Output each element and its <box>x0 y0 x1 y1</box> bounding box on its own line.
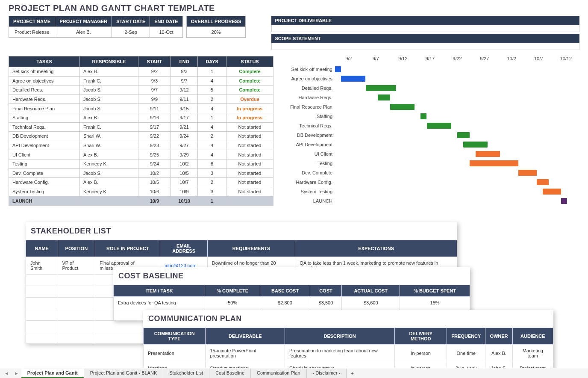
task-cell[interactable]: 9/17 <box>138 122 171 132</box>
status-cell[interactable]: Overdue <box>226 94 273 104</box>
task-cell[interactable]: Jacob S. <box>80 94 138 104</box>
task-cell[interactable]: Shari W. <box>80 141 138 150</box>
status-cell[interactable]: Complete <box>226 76 273 86</box>
task-cell[interactable]: Jacob S. <box>80 168 138 178</box>
task-cell[interactable]: Testing <box>9 159 80 168</box>
task-cell[interactable]: 9/7 <box>138 86 171 95</box>
cell[interactable]: $3,500 <box>310 297 342 309</box>
task-cell[interactable]: Set kick-off meeting <box>9 67 80 77</box>
sheet-tab[interactable]: Stakeholder List <box>163 369 209 378</box>
task-cell[interactable]: Kennedy K. <box>80 187 138 196</box>
meta-value[interactable]: Alex B. <box>55 27 112 38</box>
task-cell[interactable]: Jacob S. <box>80 86 138 95</box>
sheet-tab[interactable]: Cost Baseline <box>209 369 251 378</box>
task-cell[interactable]: 9/2 <box>138 67 171 77</box>
task-cell[interactable]: Alex B. <box>80 67 138 77</box>
task-cell[interactable]: 9/3 <box>138 76 171 86</box>
task-cell[interactable]: System Testing <box>9 187 80 196</box>
task-cell[interactable]: 4 <box>198 122 226 132</box>
cell[interactable]: 15% <box>400 297 470 309</box>
task-cell[interactable]: 2 <box>198 178 226 187</box>
status-cell[interactable]: Not started <box>226 178 273 187</box>
task-cell[interactable]: 9/24 <box>138 159 171 168</box>
task-cell[interactable]: Jacob S. <box>80 104 138 113</box>
task-cell[interactable]: 9/17 <box>171 113 198 122</box>
task-cell[interactable]: Frank C. <box>80 76 138 86</box>
status-cell[interactable]: Not started <box>226 141 273 150</box>
status-cell[interactable]: Not started <box>226 159 273 168</box>
task-cell[interactable]: Final Resource Plan <box>9 104 80 113</box>
task-cell[interactable]: 3 <box>198 168 226 178</box>
task-cell[interactable]: 1 <box>198 67 226 77</box>
task-cell[interactable]: 9/9 <box>138 94 171 104</box>
cell[interactable]: 50% <box>205 297 260 309</box>
meta-value[interactable]: 2-Sep <box>112 27 150 38</box>
status-cell[interactable] <box>226 196 273 206</box>
task-cell[interactable]: UI Client <box>9 150 80 159</box>
task-cell[interactable]: 4 <box>198 150 226 159</box>
deliverable-value[interactable] <box>271 25 579 32</box>
task-cell[interactable]: 2 <box>198 94 226 104</box>
task-cell[interactable]: Hardware Reqs. <box>9 94 80 104</box>
task-cell[interactable]: LAUNCH <box>9 196 80 206</box>
meta-value[interactable]: 10-Oct <box>150 27 182 38</box>
status-cell[interactable]: Not started <box>226 150 273 159</box>
task-cell[interactable]: 9/11 <box>171 94 198 104</box>
scope-value[interactable] <box>271 43 579 50</box>
task-cell[interactable]: 10/10 <box>171 196 198 206</box>
status-cell[interactable]: Not started <box>226 122 273 132</box>
status-cell[interactable]: In progress <box>226 104 273 113</box>
task-cell[interactable]: Technical Reqs. <box>9 122 80 132</box>
task-cell[interactable]: API Development <box>9 141 80 150</box>
cell[interactable]: $2,800 <box>260 297 310 309</box>
task-cell[interactable]: Alex B. <box>80 178 138 187</box>
sheet-tab[interactable]: Project Plan and Gantt <box>21 369 84 378</box>
sheet-tab[interactable]: Project Plan and Gantt - BLANK <box>84 369 164 378</box>
cell[interactable]: Alex B. <box>485 345 512 362</box>
task-cell[interactable]: 10/2 <box>171 159 198 168</box>
task-cell[interactable]: 5 <box>198 86 226 95</box>
task-cell[interactable]: 10/6 <box>138 187 171 196</box>
task-cell[interactable]: 9/23 <box>138 141 171 150</box>
task-cell[interactable] <box>80 196 138 206</box>
task-cell[interactable]: Alex B. <box>80 150 138 159</box>
task-cell[interactable]: 9/21 <box>171 122 198 132</box>
task-cell[interactable]: 10/7 <box>171 178 198 187</box>
task-cell[interactable]: 9/22 <box>138 132 171 141</box>
task-cell[interactable]: 1 <box>198 196 226 206</box>
task-cell[interactable]: Staffing <box>9 113 80 122</box>
task-cell[interactable]: 9/15 <box>171 104 198 113</box>
task-cell[interactable]: 4 <box>198 141 226 150</box>
status-cell[interactable]: Not started <box>226 132 273 141</box>
cell[interactable]: 15-minute PowerPoint presentation <box>206 345 285 362</box>
task-cell[interactable]: 2 <box>198 132 226 141</box>
task-cell[interactable]: Hardware Config. <box>9 178 80 187</box>
tab-next-icon[interactable]: ► <box>12 369 21 378</box>
task-cell[interactable]: 10/2 <box>138 168 171 178</box>
task-cell[interactable]: Shari W. <box>80 132 138 141</box>
task-cell[interactable]: 4 <box>198 76 226 86</box>
task-cell[interactable]: 10/5 <box>138 178 171 187</box>
status-cell[interactable]: Not started <box>226 168 273 178</box>
task-cell[interactable]: 9/29 <box>171 150 198 159</box>
task-cell[interactable]: DB Development <box>9 132 80 141</box>
cell[interactable]: Extra devices for QA testing <box>114 297 205 309</box>
cell[interactable]: $3,600 <box>342 297 400 309</box>
task-cell[interactable]: 9/16 <box>138 113 171 122</box>
add-sheet-icon[interactable]: + <box>347 369 358 378</box>
task-cell[interactable]: Detailed Reqs. <box>9 86 80 95</box>
sheet-tab[interactable]: Communication Plan <box>251 369 307 378</box>
status-cell[interactable]: Complete <box>226 67 273 77</box>
task-cell[interactable]: 10/9 <box>171 187 198 196</box>
task-cell[interactable]: 4 <box>198 104 226 113</box>
status-cell[interactable]: Not started <box>226 187 273 196</box>
cell[interactable]: In-person <box>395 345 447 362</box>
task-cell[interactable]: 9/27 <box>171 141 198 150</box>
task-cell[interactable]: Kennedy K. <box>80 159 138 168</box>
task-cell[interactable]: Frank C. <box>80 122 138 132</box>
meta-value[interactable]: Product Release <box>9 27 55 38</box>
task-cell[interactable]: Alex B. <box>80 113 138 122</box>
cell[interactable]: Presentation <box>144 345 206 362</box>
task-cell[interactable]: 9/7 <box>171 76 198 86</box>
task-cell[interactable]: Dev. Complete <box>9 168 80 178</box>
